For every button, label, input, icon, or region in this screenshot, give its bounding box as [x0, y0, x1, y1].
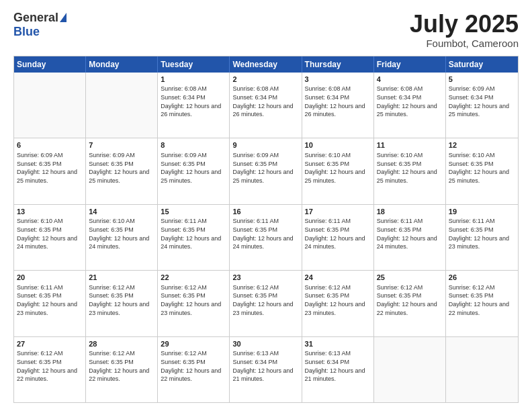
day-number: 14 — [89, 207, 154, 217]
day-number: 6 — [17, 140, 83, 150]
day-number: 12 — [449, 140, 515, 150]
calendar-cell: 2Sunrise: 6:08 AM Sunset: 6:34 PM Daylig… — [230, 73, 302, 138]
calendar-cell: 31Sunrise: 6:13 AM Sunset: 6:34 PM Dayli… — [302, 337, 374, 402]
sun-info: Sunrise: 6:12 AM Sunset: 6:35 PM Dayligh… — [89, 349, 154, 383]
calendar-cell: 24Sunrise: 6:12 AM Sunset: 6:35 PM Dayli… — [302, 271, 374, 336]
calendar-header-cell: Thursday — [302, 56, 374, 73]
sun-info: Sunrise: 6:12 AM Sunset: 6:35 PM Dayligh… — [377, 283, 443, 317]
calendar: SundayMondayTuesdayWednesdayThursdayFrid… — [13, 56, 519, 403]
calendar-cell: 21Sunrise: 6:12 AM Sunset: 6:35 PM Dayli… — [86, 271, 158, 336]
calendar-cell: 7Sunrise: 6:09 AM Sunset: 6:35 PM Daylig… — [86, 138, 158, 203]
sun-info: Sunrise: 6:12 AM Sunset: 6:35 PM Dayligh… — [161, 349, 226, 383]
calendar-header-cell: Monday — [86, 56, 158, 73]
day-number: 3 — [305, 75, 371, 85]
sun-info: Sunrise: 6:10 AM Sunset: 6:35 PM Dayligh… — [89, 217, 154, 250]
page: General Blue July 2025 Foumbot, Cameroon… — [0, 0, 532, 411]
day-number: 15 — [161, 207, 226, 217]
calendar-body: 1Sunrise: 6:08 AM Sunset: 6:34 PM Daylig… — [14, 73, 518, 402]
calendar-week-row: 27Sunrise: 6:12 AM Sunset: 6:35 PM Dayli… — [14, 337, 518, 402]
day-number: 4 — [377, 75, 443, 85]
calendar-week-row: 20Sunrise: 6:11 AM Sunset: 6:35 PM Dayli… — [14, 271, 518, 336]
logo-general-text: General — [13, 11, 58, 25]
sun-info: Sunrise: 6:11 AM Sunset: 6:35 PM Dayligh… — [377, 217, 443, 250]
calendar-cell: 8Sunrise: 6:09 AM Sunset: 6:35 PM Daylig… — [158, 138, 230, 203]
calendar-header-cell: Tuesday — [158, 56, 230, 73]
calendar-cell: 12Sunrise: 6:10 AM Sunset: 6:35 PM Dayli… — [446, 138, 518, 203]
calendar-cell: 20Sunrise: 6:11 AM Sunset: 6:35 PM Dayli… — [14, 271, 86, 336]
logo: General Blue — [13, 11, 66, 39]
sun-info: Sunrise: 6:11 AM Sunset: 6:35 PM Dayligh… — [161, 217, 226, 250]
day-number: 8 — [161, 140, 226, 150]
sun-info: Sunrise: 6:09 AM Sunset: 6:35 PM Dayligh… — [232, 151, 298, 185]
calendar-cell — [14, 73, 86, 138]
calendar-cell: 25Sunrise: 6:12 AM Sunset: 6:35 PM Dayli… — [374, 271, 446, 336]
day-number: 18 — [377, 207, 443, 217]
day-number: 13 — [17, 207, 83, 217]
day-number: 26 — [449, 273, 515, 283]
day-number: 28 — [89, 339, 154, 349]
calendar-cell: 1Sunrise: 6:08 AM Sunset: 6:34 PM Daylig… — [158, 73, 230, 138]
sun-info: Sunrise: 6:08 AM Sunset: 6:34 PM Dayligh… — [377, 85, 443, 118]
calendar-cell: 27Sunrise: 6:12 AM Sunset: 6:35 PM Dayli… — [14, 337, 86, 402]
sun-info: Sunrise: 6:12 AM Sunset: 6:35 PM Dayligh… — [305, 283, 371, 317]
calendar-cell: 28Sunrise: 6:12 AM Sunset: 6:35 PM Dayli… — [86, 337, 158, 402]
sun-info: Sunrise: 6:10 AM Sunset: 6:35 PM Dayligh… — [305, 151, 371, 185]
calendar-week-row: 13Sunrise: 6:10 AM Sunset: 6:35 PM Dayli… — [14, 205, 518, 271]
calendar-header-cell: Friday — [374, 56, 446, 73]
calendar-cell: 13Sunrise: 6:10 AM Sunset: 6:35 PM Dayli… — [14, 205, 86, 270]
day-number: 9 — [232, 140, 298, 150]
day-number: 23 — [232, 273, 298, 283]
sun-info: Sunrise: 6:12 AM Sunset: 6:35 PM Dayligh… — [89, 283, 154, 317]
day-number: 17 — [305, 207, 371, 217]
calendar-week-row: 1Sunrise: 6:08 AM Sunset: 6:34 PM Daylig… — [14, 73, 518, 138]
title-block: July 2025 Foumbot, Cameroon — [410, 11, 519, 49]
calendar-cell — [374, 337, 446, 402]
calendar-location: Foumbot, Cameroon — [410, 38, 519, 49]
sun-info: Sunrise: 6:09 AM Sunset: 6:35 PM Dayligh… — [89, 151, 154, 185]
day-number: 25 — [377, 273, 443, 283]
day-number: 20 — [17, 273, 83, 283]
calendar-header-cell: Wednesday — [230, 56, 302, 73]
sun-info: Sunrise: 6:13 AM Sunset: 6:34 PM Dayligh… — [232, 349, 298, 383]
calendar-week-row: 6Sunrise: 6:09 AM Sunset: 6:35 PM Daylig… — [14, 138, 518, 204]
day-number: 29 — [161, 339, 226, 349]
sun-info: Sunrise: 6:12 AM Sunset: 6:35 PM Dayligh… — [232, 283, 298, 317]
calendar-cell: 9Sunrise: 6:09 AM Sunset: 6:35 PM Daylig… — [230, 138, 302, 203]
sun-info: Sunrise: 6:11 AM Sunset: 6:35 PM Dayligh… — [17, 283, 83, 317]
sun-info: Sunrise: 6:08 AM Sunset: 6:34 PM Dayligh… — [232, 85, 298, 118]
day-number: 2 — [232, 75, 298, 85]
calendar-cell: 17Sunrise: 6:11 AM Sunset: 6:35 PM Dayli… — [302, 205, 374, 270]
header: General Blue July 2025 Foumbot, Cameroon — [13, 11, 519, 49]
calendar-cell: 3Sunrise: 6:08 AM Sunset: 6:34 PM Daylig… — [302, 73, 374, 138]
calendar-cell: 23Sunrise: 6:12 AM Sunset: 6:35 PM Dayli… — [230, 271, 302, 336]
calendar-cell: 29Sunrise: 6:12 AM Sunset: 6:35 PM Dayli… — [158, 337, 230, 402]
calendar-cell: 15Sunrise: 6:11 AM Sunset: 6:35 PM Dayli… — [158, 205, 230, 270]
day-number: 30 — [232, 339, 298, 349]
sun-info: Sunrise: 6:12 AM Sunset: 6:35 PM Dayligh… — [161, 283, 226, 317]
sun-info: Sunrise: 6:09 AM Sunset: 6:35 PM Dayligh… — [161, 151, 226, 185]
calendar-cell: 14Sunrise: 6:10 AM Sunset: 6:35 PM Dayli… — [86, 205, 158, 270]
calendar-cell: 19Sunrise: 6:11 AM Sunset: 6:35 PM Dayli… — [446, 205, 518, 270]
day-number: 21 — [89, 273, 154, 283]
calendar-cell — [446, 337, 518, 402]
logo-blue-text: Blue — [13, 25, 40, 39]
day-number: 10 — [305, 140, 371, 150]
day-number: 16 — [232, 207, 298, 217]
day-number: 19 — [449, 207, 515, 217]
calendar-cell: 26Sunrise: 6:12 AM Sunset: 6:35 PM Dayli… — [446, 271, 518, 336]
calendar-cell: 22Sunrise: 6:12 AM Sunset: 6:35 PM Dayli… — [158, 271, 230, 336]
day-number: 22 — [161, 273, 226, 283]
sun-info: Sunrise: 6:12 AM Sunset: 6:35 PM Dayligh… — [17, 349, 83, 383]
sun-info: Sunrise: 6:13 AM Sunset: 6:34 PM Dayligh… — [305, 349, 371, 383]
calendar-cell: 10Sunrise: 6:10 AM Sunset: 6:35 PM Dayli… — [302, 138, 374, 203]
calendar-cell: 5Sunrise: 6:09 AM Sunset: 6:34 PM Daylig… — [446, 73, 518, 138]
calendar-cell: 6Sunrise: 6:09 AM Sunset: 6:35 PM Daylig… — [14, 138, 86, 203]
sun-info: Sunrise: 6:12 AM Sunset: 6:35 PM Dayligh… — [449, 283, 515, 317]
sun-info: Sunrise: 6:10 AM Sunset: 6:35 PM Dayligh… — [17, 217, 83, 250]
sun-info: Sunrise: 6:10 AM Sunset: 6:35 PM Dayligh… — [377, 151, 443, 185]
day-number: 5 — [449, 75, 515, 85]
day-number: 31 — [305, 339, 371, 349]
calendar-cell — [86, 73, 158, 138]
sun-info: Sunrise: 6:11 AM Sunset: 6:35 PM Dayligh… — [449, 217, 515, 250]
calendar-cell: 16Sunrise: 6:11 AM Sunset: 6:35 PM Dayli… — [230, 205, 302, 270]
